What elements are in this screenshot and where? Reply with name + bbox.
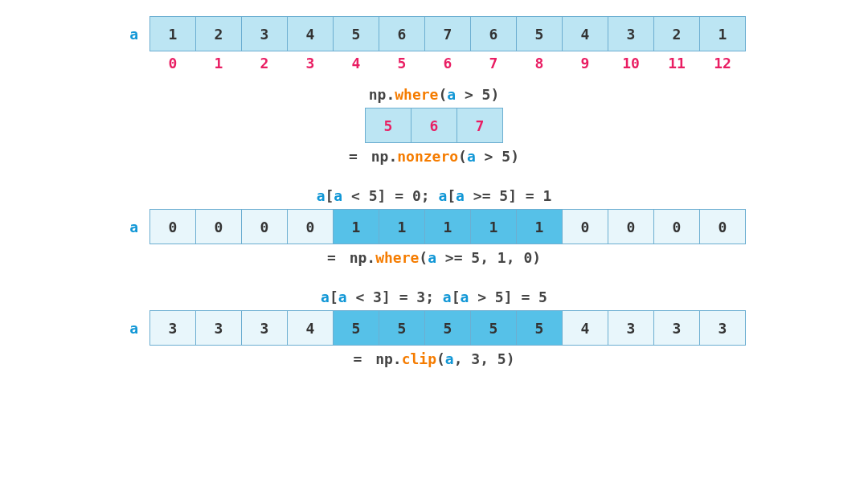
- index-cell: 4: [333, 55, 379, 72]
- array-cell: 0: [562, 209, 608, 244]
- index-cell: 8: [516, 55, 563, 72]
- array-cell: 5: [516, 16, 563, 51]
- code-text: , 3, 5): [454, 350, 515, 367]
- array-cell: 3: [149, 310, 196, 346]
- input-array: 1 2 3 4 5 6 7 6 5 4 3 2 1: [149, 16, 746, 51]
- index-cell: 1: [195, 55, 242, 72]
- code-text: [: [447, 187, 456, 204]
- index-cell: 10: [608, 55, 654, 72]
- index-cell: 9: [562, 55, 608, 72]
- result-cell: 5: [365, 108, 411, 143]
- result-array: 0 0 0 0 1 1 1 1 1 0 0 0 0: [149, 209, 746, 244]
- array-label: a: [122, 219, 138, 235]
- array-row: a 0 0 0 0 1 1 1 1 1 0 0 0 0: [0, 209, 868, 244]
- array-cell: 5: [379, 310, 425, 346]
- array-cell: 2: [195, 16, 242, 51]
- array-cell: 3: [699, 310, 746, 346]
- index-cell: 0: [149, 55, 196, 72]
- code-var: a: [445, 350, 454, 367]
- array-cell: 1: [516, 209, 563, 244]
- array-cell: 0: [149, 209, 196, 244]
- code-text: [: [326, 187, 334, 204]
- section-where-triple: a[a < 5] = 0; a[a >= 5] = 1 a 0 0 0 0 1 …: [0, 187, 868, 266]
- code-text: < 3] = 3;: [347, 289, 443, 305]
- array-cell: 1: [699, 16, 746, 51]
- array-cell: 5: [470, 310, 517, 346]
- array-row: a 3 3 3 4 5 5 5 5 5 4 3 3 3: [0, 310, 868, 346]
- code-var: a: [456, 187, 465, 204]
- array-cell: 1: [149, 16, 196, 51]
- index-cell: 5: [379, 55, 425, 72]
- code-text: (: [419, 249, 428, 266]
- array-cell: 5: [333, 16, 379, 51]
- input-array-row: a 1 2 3 4 5 6 7 6 5 4 3 2 1: [0, 16, 868, 51]
- code-var: a: [443, 289, 452, 305]
- code-where-triple: = np.where(a >= 5, 1, 0): [0, 249, 868, 266]
- result-array: 3 3 3 4 5 5 5 5 5 4 3 3 3: [149, 310, 746, 346]
- code-text: np.: [350, 249, 376, 266]
- array-cell: 5: [516, 310, 563, 346]
- array-cell: 0: [195, 209, 242, 244]
- code-where-single: np.where(a > 5): [0, 86, 868, 103]
- code-fn: where: [395, 86, 438, 103]
- section-clip: a[a < 3] = 3; a[a > 5] = 5 a 3 3 3 4 5 5…: [0, 289, 868, 367]
- code-assign: a[a < 5] = 0; a[a >= 5] = 1: [0, 187, 868, 204]
- code-fn: nonzero: [397, 148, 458, 165]
- indices: 0 1 2 3 4 5 6 7 8 9 10 11 12: [149, 55, 746, 72]
- code-text: np.: [375, 350, 402, 367]
- array-cell: 3: [195, 310, 242, 346]
- code-text: < 5] = 0;: [342, 187, 438, 204]
- code-var: a: [338, 289, 347, 305]
- result-cell: 7: [457, 108, 503, 143]
- result-array: 5 6 7: [365, 108, 503, 143]
- code-clip: = np.clip(a, 3, 5): [0, 350, 868, 367]
- array-cell: 3: [241, 16, 288, 51]
- code-text: > 5): [476, 148, 519, 165]
- index-cell: 2: [241, 55, 288, 72]
- code-var: a: [321, 289, 330, 305]
- index-cell: 7: [470, 55, 517, 72]
- array-cell: 0: [241, 209, 288, 244]
- array-cell: 1: [379, 209, 425, 244]
- array-cell: 5: [424, 310, 471, 346]
- code-text: [: [452, 289, 461, 305]
- code-var: a: [438, 187, 447, 204]
- array-cell: 1: [424, 209, 471, 244]
- code-text: =: [327, 249, 345, 266]
- array-cell: 4: [287, 310, 334, 346]
- array-cell: 3: [608, 16, 654, 51]
- array-cell: 1: [333, 209, 379, 244]
- code-text: =: [353, 350, 371, 367]
- code-var: a: [428, 249, 436, 266]
- code-var: a: [467, 148, 476, 165]
- code-nonzero: = np.nonzero(a > 5): [0, 148, 868, 165]
- index-cell: 3: [287, 55, 334, 72]
- array-cell: 4: [287, 16, 334, 51]
- code-text: =: [349, 148, 366, 165]
- array-cell: 0: [287, 209, 334, 244]
- array-cell: 4: [562, 16, 608, 51]
- array-cell: 0: [608, 209, 654, 244]
- array-cell: 3: [608, 310, 654, 346]
- code-assign: a[a < 3] = 3; a[a > 5] = 5: [0, 289, 868, 305]
- array-cell: 2: [653, 16, 700, 51]
- code-var: a: [334, 187, 342, 204]
- array-cell: 7: [424, 16, 471, 51]
- array-label: a: [122, 320, 138, 337]
- code-text: np.: [371, 148, 398, 165]
- index-cell: 6: [424, 55, 471, 72]
- code-text: (: [458, 148, 467, 165]
- index-row: 0 1 2 3 4 5 6 7 8 9 10 11 12: [0, 51, 868, 72]
- array-cell: 5: [333, 310, 379, 346]
- result-row: 5 6 7: [0, 108, 868, 143]
- array-cell: 1: [470, 209, 517, 244]
- code-text: >= 5, 1, 0): [436, 249, 541, 266]
- array-cell: 0: [699, 209, 746, 244]
- code-fn: where: [375, 249, 419, 266]
- array-cell: 3: [241, 310, 288, 346]
- code-var: a: [317, 187, 326, 204]
- array-cell: 6: [470, 16, 517, 51]
- array-cell: 4: [562, 310, 608, 346]
- code-var: a: [447, 86, 456, 103]
- code-fn: clip: [402, 350, 436, 367]
